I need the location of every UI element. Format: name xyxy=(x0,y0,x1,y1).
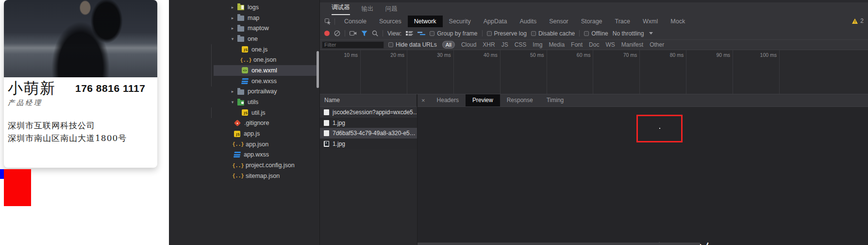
panel-tab-security[interactable]: Security xyxy=(443,16,477,27)
tab-label: 调试器 xyxy=(332,3,350,15)
chevron-down-icon[interactable]: ▾ xyxy=(230,36,235,41)
tree-item-util.js[interactable]: util.js xyxy=(169,107,319,118)
devtools-tab-issues[interactable]: 问题 xyxy=(381,5,402,13)
panel-tab-sources[interactable]: Sources xyxy=(373,16,408,27)
panel-tab-network[interactable]: Network xyxy=(408,16,443,27)
tree-item-app.js[interactable]: app.js xyxy=(169,128,319,139)
panel-tab-console[interactable]: Console xyxy=(338,16,373,27)
request-doc-icon xyxy=(324,120,329,126)
toolbar-divider xyxy=(579,30,580,36)
tree-item-one[interactable]: ▾one xyxy=(169,34,319,44)
list-view-icon[interactable] xyxy=(406,31,413,36)
tree-item-sitemap.json[interactable]: sitemap.json xyxy=(169,171,319,181)
tree-item-one.json[interactable]: one.json xyxy=(169,54,319,65)
tree-item-portrailway[interactable]: ▸portrailway xyxy=(169,87,319,97)
preserve-log-checkbox[interactable] xyxy=(487,31,492,36)
list-header-row: Name × HeadersPreviewResponseTiming xyxy=(320,94,868,107)
filter-type-other[interactable]: Other xyxy=(650,41,664,48)
filter-type-ws[interactable]: WS xyxy=(605,41,615,48)
panel-tab-storage[interactable]: Storage xyxy=(575,16,609,27)
group-by-frame-checkbox[interactable] xyxy=(430,31,434,36)
request-row-3[interactable]: 7d6baf53-4c79-49a8-a320-e5… xyxy=(320,128,417,139)
tree-item-app.json[interactable]: app.json xyxy=(169,139,319,150)
filter-type-js[interactable]: JS xyxy=(501,41,508,48)
group-by-frame-option[interactable]: Group by frame xyxy=(430,30,477,37)
filter-input[interactable] xyxy=(322,41,384,49)
tree-item-label: app.js xyxy=(244,130,260,137)
tree-item-.gitignore[interactable]: .gitignore xyxy=(169,118,319,129)
preview-tab-headers[interactable]: Headers xyxy=(430,94,466,106)
panel-tab-appdata[interactable]: AppData xyxy=(477,16,514,27)
tree-scrollbar[interactable] xyxy=(317,51,319,88)
chevron-right-icon[interactable]: ▸ xyxy=(230,89,235,94)
preview-tab-preview[interactable]: Preview xyxy=(466,94,500,106)
filter-type-xhr[interactable]: XHR xyxy=(483,41,495,48)
timeline-tick-label: 100 ms xyxy=(760,50,779,58)
tree-item-label: sitemap.json xyxy=(246,173,280,179)
preview-tab-timing[interactable]: Timing xyxy=(540,94,571,106)
chevron-right-icon[interactable]: ▸ xyxy=(230,26,235,31)
devtools-top-tabs: 调试器输出问题 xyxy=(320,2,868,16)
waterfall-view-icon[interactable] xyxy=(417,31,425,36)
filter-type-manifest[interactable]: Manifest xyxy=(621,41,643,48)
network-filter-bar: Hide data URLs All CloudXHRJSCSSImgMedia… xyxy=(320,40,868,50)
record-icon[interactable] xyxy=(324,31,330,36)
chevron-down-icon[interactable]: ▾ xyxy=(230,100,235,105)
dropdown-arrow-icon[interactable] xyxy=(649,32,653,35)
request-row-2[interactable]: 1.jpg xyxy=(320,118,417,128)
panel-tab-mock[interactable]: Mock xyxy=(664,16,691,27)
preview-tab-response[interactable]: Response xyxy=(500,94,540,106)
preview-close-icon[interactable]: × xyxy=(417,97,430,104)
chevron-right-icon[interactable]: ▸ xyxy=(230,5,235,10)
request-doc-icon xyxy=(324,130,329,136)
tree-item-one.js[interactable]: one.js xyxy=(169,44,319,55)
filter-type-img[interactable]: Img xyxy=(533,41,542,48)
panel-tab-wxml[interactable]: Wxml xyxy=(636,16,664,27)
offline-checkbox[interactable] xyxy=(584,31,589,36)
disable-cache-checkbox[interactable] xyxy=(531,31,536,36)
folder-icon xyxy=(237,36,244,42)
screenshot-camera-icon[interactable] xyxy=(350,31,357,36)
tree-item-label: one xyxy=(248,35,258,42)
tree-item-project.config.json[interactable]: project.config.json xyxy=(169,160,319,171)
git-icon xyxy=(234,120,241,126)
devtools-tab-output[interactable]: 输出 xyxy=(357,5,379,13)
tree-item-maptow[interactable]: ▸maptow xyxy=(169,23,319,34)
filter-type-css[interactable]: CSS xyxy=(515,41,527,48)
tree-item-one.wxss[interactable]: one.wxss xyxy=(169,76,319,87)
inspect-icon[interactable] xyxy=(325,18,331,25)
filter-type-media[interactable]: Media xyxy=(549,41,565,48)
hide-data-urls-checkbox[interactable] xyxy=(388,42,393,47)
request-row-4[interactable]: 1.jpg xyxy=(320,139,417,149)
tree-item-one.wxml[interactable]: one.wxml xyxy=(169,65,319,76)
throttling-select[interactable]: No throttling xyxy=(613,30,644,37)
preview-h-scrollbar[interactable] xyxy=(417,243,700,245)
folder-logs-icon xyxy=(237,5,244,10)
js-icon xyxy=(242,46,248,52)
filter-type-doc[interactable]: Doc xyxy=(589,41,599,48)
search-icon[interactable] xyxy=(372,30,378,36)
tree-item-label: portrailway xyxy=(248,88,277,95)
devtools-panel: 调试器输出问题 ConsoleSourcesNetworkSecurityApp… xyxy=(319,0,868,245)
chevron-right-icon[interactable]: ▸ xyxy=(230,16,235,20)
request-row-1[interactable]: jscode2session?appid=wxcde5… xyxy=(320,107,417,118)
warning-indicator[interactable]: 2 xyxy=(852,18,864,24)
panel-tab-trace[interactable]: Trace xyxy=(609,16,637,27)
tree-item-logs[interactable]: ▸logs xyxy=(169,2,319,13)
devtools-tab-debugger[interactable]: 调试器 xyxy=(327,3,355,15)
tree-item-app.wxss[interactable]: app.wxss xyxy=(169,150,319,160)
clear-icon[interactable] xyxy=(334,30,340,36)
filter-type-all[interactable]: All xyxy=(443,41,454,48)
disable-cache-option[interactable]: Disable cache xyxy=(531,30,575,37)
panel-tab-audits[interactable]: Audits xyxy=(513,16,543,27)
tree-item-utils[interactable]: ▾utils xyxy=(169,97,319,107)
offline-option[interactable]: Offline xyxy=(584,30,608,37)
filter-type-font[interactable]: Font xyxy=(571,41,583,48)
hide-data-urls-option[interactable]: Hide data URLs xyxy=(388,41,437,48)
toolbar-divider xyxy=(383,30,383,36)
panel-tab-sensor[interactable]: Sensor xyxy=(543,16,575,27)
filter-funnel-icon[interactable] xyxy=(361,31,367,36)
tree-item-map[interactable]: ▸map xyxy=(169,13,319,23)
preserve-log-option[interactable]: Preserve log xyxy=(487,30,527,37)
filter-type-cloud[interactable]: Cloud xyxy=(461,41,476,48)
